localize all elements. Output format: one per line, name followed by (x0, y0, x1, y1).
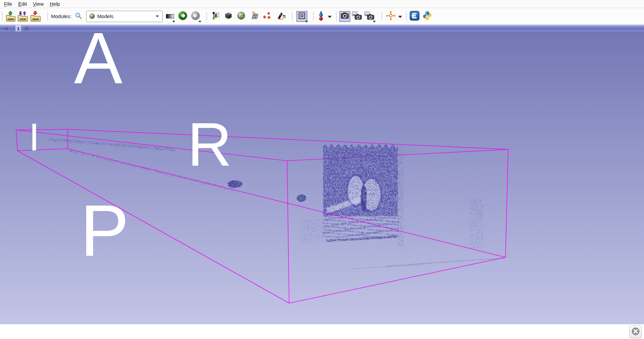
screenshot-button[interactable] (339, 11, 350, 22)
chevron-down-icon[interactable] (398, 16, 402, 18)
history-gradient-icon (166, 14, 174, 18)
menu-view[interactable]: View (30, 0, 47, 8)
mouse-interaction-mode-button[interactable] (316, 10, 326, 22)
toolbar-drag-handle[interactable] (291, 12, 293, 21)
toolbar-drag-handle[interactable] (2, 12, 3, 21)
transforms-button[interactable] (250, 10, 260, 22)
chevron-down-icon (199, 21, 201, 22)
grid-pencil-icon (251, 11, 259, 21)
python-icon (423, 11, 432, 22)
scene-view-camera-icon (352, 11, 362, 21)
menu-edit[interactable]: Edit (15, 0, 30, 8)
view-controller-bar: 1 (0, 25, 644, 32)
chevron-down-icon (305, 21, 308, 22)
menu-file[interactable]: File (1, 0, 15, 8)
pen-icon (277, 11, 285, 21)
main-toolbar: DATA DCM SAVE Modules: (0, 8, 644, 25)
dicom-button[interactable]: DCM (17, 11, 28, 22)
error-log-close-button[interactable] (629, 326, 642, 338)
folder-icon: DCM (18, 16, 28, 21)
dicom-label: DCM (18, 18, 28, 21)
toolbar-drag-handle[interactable] (313, 12, 314, 21)
scene-view-save-button[interactable] (352, 10, 362, 22)
hierarchy-tree-icon (212, 12, 220, 21)
close-icon (631, 327, 640, 337)
chevron-down-icon (373, 21, 376, 22)
view-label-badge: 1 (15, 25, 21, 32)
module-forward-button[interactable] (191, 10, 201, 22)
dicom-arrows-icon (17, 11, 28, 15)
download-arrow-icon (30, 11, 41, 15)
status-bar (0, 324, 644, 339)
back-arrow-icon (178, 11, 187, 22)
save-label: SAVE (31, 18, 40, 21)
upload-arrow-icon (5, 11, 15, 15)
extensions-icon (410, 11, 420, 22)
extensions-manager-button[interactable] (409, 10, 420, 22)
toolbar-drag-handle[interactable] (47, 12, 48, 21)
pin-icon[interactable] (3, 26, 8, 31)
crosshair-button[interactable] (385, 10, 396, 22)
fiducial-stars-icon (262, 11, 272, 21)
toolbar-drag-handle[interactable] (381, 12, 382, 21)
dart-pointer-icon (317, 11, 325, 22)
chevron-down-icon (156, 15, 159, 17)
crosshair-icon (386, 11, 396, 22)
menu-bar: File Edit View Help (0, 0, 644, 8)
annotations-button[interactable] (276, 10, 286, 22)
toolbar-drag-handle[interactable] (406, 12, 407, 21)
module-history-button[interactable] (166, 10, 174, 22)
load-data-label: DATA (6, 18, 15, 21)
models-module-icon (89, 13, 95, 19)
modules-label: Modules: (51, 13, 71, 19)
application-window: File Edit View Help DATA DCM (0, 0, 644, 339)
forward-arrow-icon (191, 11, 200, 22)
3d-viewport[interactable]: AIRP (0, 31, 644, 324)
models-sphere-button[interactable] (236, 10, 247, 22)
markups-button[interactable] (262, 10, 272, 22)
3d-viewport-canvas[interactable] (0, 31, 644, 324)
volumes-cube-button[interactable] (223, 10, 234, 22)
folder-icon: DATA (6, 16, 15, 21)
layout-icon (298, 12, 306, 21)
view-gear-icon[interactable] (24, 26, 29, 31)
scene-view-restore-button[interactable] (364, 10, 375, 22)
folder-icon: SAVE (31, 16, 41, 21)
camera-icon (341, 12, 349, 21)
toolbar-drag-handle[interactable] (336, 12, 337, 21)
scene-view-camera-icon (364, 11, 374, 21)
chevron-down-icon (172, 21, 175, 22)
menu-help[interactable]: Help (47, 0, 63, 8)
module-back-button[interactable] (178, 10, 188, 22)
green-sphere-icon (237, 11, 246, 21)
module-selector-value: Models (97, 13, 113, 19)
module-hierarchy-button[interactable] (211, 10, 221, 22)
layout-selector-button[interactable] (297, 11, 307, 22)
toolbar-drag-handle[interactable] (206, 12, 207, 21)
save-button[interactable]: SAVE (30, 11, 41, 22)
chevron-down-icon[interactable] (328, 16, 332, 18)
module-search-button[interactable] (74, 10, 83, 22)
load-data-button[interactable]: DATA (5, 11, 15, 22)
python-console-button[interactable] (422, 10, 433, 22)
module-selector[interactable]: Models (86, 11, 163, 22)
search-icon (75, 12, 82, 21)
cube-icon (224, 11, 233, 21)
